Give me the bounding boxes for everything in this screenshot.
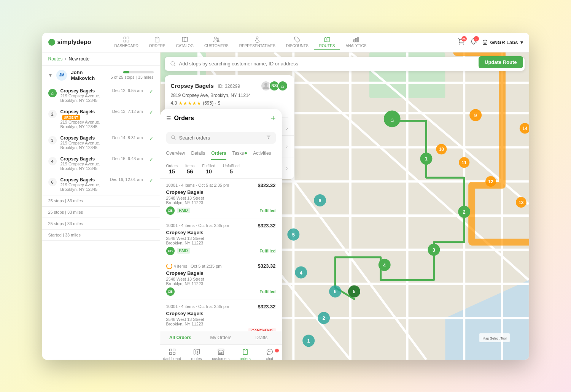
breadcrumb: Routes › New route [42,52,160,66]
mobile-add-button[interactable]: + [271,113,276,123]
svg-point-65 [264,83,267,86]
mobile-dashboard-icon [169,348,176,355]
mobile-tab-details[interactable]: Details [191,148,205,160]
map-search-bar: View all [165,57,525,71]
filter-icon[interactable] [266,135,271,140]
stop-name: Cropsey Bagels [60,88,108,94]
mobile-nav-dashboard[interactable]: dashboard [160,348,185,360]
mobile-nav-routes[interactable]: routes [185,348,209,360]
tab-drafts[interactable]: Drafts [241,331,282,344]
stop-item[interactable]: ⌂ Cropsey Bagels 219 Cropsey Avenue, Bro… [42,85,160,106]
mobile-nav-customers[interactable]: customers [209,348,233,360]
nav-reps-label: REPRESENTATIVES [239,44,275,48]
stop-info: Cropsey Bagels 219 Cropsey Avenue, Brook… [60,156,108,171]
driver-progress-fill [123,71,129,73]
mobile-overlay: ☰ Orders + Overview Details Orders [160,109,282,360]
mobile-tab-orders[interactable]: Orders [211,148,226,160]
nav-routes-label: ROUTES [319,44,335,48]
fulfilled-value: 10 [202,168,215,175]
mobile-tab-overview[interactable]: Overview [166,148,185,160]
fulfilled-badge: Fulfilled [259,249,275,253]
nav-item-orders[interactable]: ORDERS [144,35,171,50]
urgent-badge: URGENT [62,115,80,120]
stop-item[interactable]: 6 Cropsey Bagels 219 Cropsey Avenue, Bro… [42,174,160,195]
popup-biz-id: ID: 326299 [218,84,240,89]
search-icon [170,61,176,67]
check-icon: ✓ [149,109,154,115]
nav-orders-label: ORDERS [149,44,165,48]
popup-avatars: NS ⌂ [261,81,288,91]
mobile-order-item[interactable]: 10001 · 4 items · Oct 5 at 2:35 pm $323.… [160,219,282,259]
nav-item-discounts[interactable]: DISCOUNTS [281,35,314,50]
mobile-order-row1: 10001 · 4 items · Oct 5 at 2:35 pm $323.… [166,304,276,309]
people-icon [213,36,220,43]
driver-row: ▼ JM John Malkovich 5 of 25 stops | 33 m… [42,66,160,85]
paid-badge: PAID [177,248,190,254]
mobile-nav-orders[interactable]: orders [233,348,258,360]
mobile-tabs: Overview Details Orders Tasks Activities [160,148,282,160]
mobile-bottom-tabs: All Orders My Orders Drafts [160,331,282,344]
stat-items: Items 56 [185,164,194,175]
order-price: $323.32 [258,263,276,269]
check-icon: ✓ [149,177,154,183]
tab-all-orders[interactable]: All Orders [160,331,201,344]
logo-area: simplydepo [48,39,102,46]
nav-item-analytics[interactable]: ANALYTICS [340,35,372,50]
nav-dashboard-label: DASHBOARD [115,44,138,48]
map-search-input[interactable] [179,61,498,67]
rep-badge: CB [166,287,175,296]
order-chevron-icon-2: › [286,165,288,171]
stop-item[interactable]: 3 Cropsey Bagels 219 Cropsey Avenue, Bro… [42,132,160,153]
order-price: $323.32 [258,304,276,309]
org-button[interactable]: GNGR Labs ▾ [482,39,523,45]
cart-button[interactable]: 25 [458,38,465,47]
mobile-bottom-nav: dashboard routes customers orders [160,344,282,360]
fulfilled-badge: Fulfilled [259,208,275,213]
rep-badge: CB [166,247,175,255]
svg-rect-3 [127,40,129,42]
order-id: 10001 · 4 items · Oct 5 at 2:35 pm [166,183,229,187]
dollar-sign: $ [218,100,221,106]
breadcrumb-parent[interactable]: Routes [48,56,63,62]
mobile-search-input[interactable] [179,135,263,141]
check-icon: ✓ [149,135,154,141]
mobile-routes-icon [193,348,200,355]
mobile-orders-list: 10001 · 4 items · Oct 5 at 2:35 pm $323.… [160,179,282,331]
stop-name: Cropsey Bagels [60,156,108,162]
driver-chevron-icon: ▼ [48,73,53,78]
stop-address: 219 Cropsey Avenue, Brooklyn, NY 12345 [60,183,106,192]
nav-item-catalog[interactable]: CATALOG [171,35,199,50]
stop-item[interactable]: 4 Cropsey Bagels 219 Cropsey Avenue, Bro… [42,153,160,174]
nav-item-dashboard[interactable]: DASHBOARD [109,35,144,50]
map-icon [324,36,331,43]
chat-badge [275,349,279,352]
mobile-nav-chat[interactable]: chat [258,348,282,360]
mobile-orders-icon [242,348,249,355]
svg-text:1: 1 [425,156,427,162]
mobile-tab-activities[interactable]: Activities [253,148,271,160]
mobile-order-item[interactable]: 10001 · 4 items · Oct 5 at 2:35 pm $323.… [160,179,282,219]
mobile-tab-tasks[interactable]: Tasks [232,148,247,160]
stop-name: Cropsey Bagels [60,177,106,183]
svg-text:Map Select Tool: Map Select Tool [482,336,507,340]
stop-date: Dec 12, 6:55 am [112,88,143,93]
stop-info: Cropsey Bagels 219 Cropsey Avenue, Brook… [60,177,106,192]
mobile-order-item[interactable]: 4 items · Oct 5 at 2:35 pm $323.32 Crops… [160,259,282,300]
stop-name: Cropsey Bagels [60,135,108,141]
tab-my-orders[interactable]: My Orders [200,331,241,344]
popup-rating: 4.3 ★★★★★ (695) · $ [171,100,288,106]
stop-date: Dec 14, 8:31 am [112,135,143,140]
order-address: 2548 West 13 Street Brooklyn, NY 11223 [166,236,276,245]
bell-button[interactable]: 1 [470,38,477,47]
nav-item-representatives[interactable]: REPRESENTATIVES [234,35,281,50]
mobile-order-item[interactable]: 10001 · 4 items · Oct 5 at 2:35 pm $323.… [160,300,282,331]
mobile-stats: Orders 15 Items 56 Fulfilled 10 Unfulfil… [160,160,282,179]
nav-item-routes[interactable]: ROUTES [314,35,340,50]
mobile-chat-icon [266,348,274,355]
nav-item-customers[interactable]: CUSTOMERS [199,35,234,50]
update-route-button[interactable]: Update Route [479,56,523,68]
mobile-order-row1: 10001 · 4 items · Oct 5 at 2:35 pm $323.… [166,223,276,229]
order-address: 2548 West 13 Street Brooklyn, NY 11223 [166,196,276,205]
stop-item[interactable]: 2 Cropsey Bagels URGENT 219 Cropsey Aven… [42,106,160,132]
route-stats-3: 25 stops | 33 miles [42,218,160,229]
